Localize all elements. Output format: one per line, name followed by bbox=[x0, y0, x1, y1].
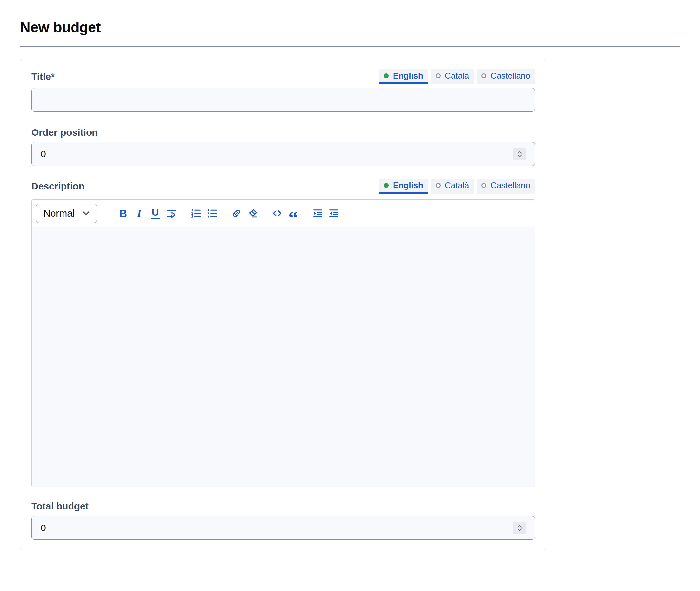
indent-icon bbox=[313, 208, 323, 218]
language-tab-label: Castellano bbox=[491, 71, 530, 81]
language-tab-label: Castellano bbox=[491, 181, 530, 190]
clear-formatting-button[interactable] bbox=[245, 204, 260, 223]
total-budget-input[interactable] bbox=[31, 516, 535, 540]
outdent-button[interactable] bbox=[326, 204, 341, 223]
language-tab-label: Català bbox=[445, 181, 469, 190]
language-tab-english[interactable]: English bbox=[379, 179, 428, 194]
order-position-stepper[interactable] bbox=[513, 148, 526, 160]
bold-icon: B bbox=[119, 208, 127, 219]
line-break-button[interactable] bbox=[164, 204, 179, 223]
chevron-down-icon bbox=[517, 155, 522, 157]
line-break-icon bbox=[166, 208, 177, 218]
outdent-icon bbox=[329, 208, 339, 218]
divider bbox=[20, 47, 680, 47]
inactive-language-circle-icon bbox=[436, 73, 441, 78]
paragraph-style-select[interactable]: Normal bbox=[36, 204, 97, 223]
eraser-icon bbox=[248, 208, 258, 218]
code-block-button[interactable] bbox=[269, 204, 285, 223]
bold-button[interactable]: B bbox=[115, 204, 131, 223]
underline-icon: U bbox=[151, 207, 160, 219]
bullet-list-icon bbox=[207, 208, 217, 218]
total-budget-stepper[interactable] bbox=[513, 522, 526, 534]
link-icon bbox=[232, 208, 242, 218]
language-tab-label: English bbox=[393, 181, 423, 190]
active-language-dot-icon bbox=[384, 183, 389, 188]
code-icon bbox=[272, 208, 282, 218]
bullet-list-button[interactable] bbox=[204, 204, 220, 223]
language-tab-castellano[interactable]: Castellano bbox=[476, 179, 535, 194]
title-input[interactable] bbox=[31, 88, 535, 112]
ordered-list-button[interactable]: 123 bbox=[188, 204, 204, 223]
title-field-header: Title* English Català Castellano bbox=[31, 69, 535, 84]
title-language-tabs: English Català Castellano bbox=[379, 69, 535, 84]
order-position-field bbox=[31, 142, 535, 166]
language-tab-catala[interactable]: Català bbox=[431, 179, 474, 194]
editor-toolbar: Normal B I U 123 bbox=[31, 200, 535, 227]
underline-button[interactable]: U bbox=[147, 204, 163, 223]
new-budget-form-card: Title* English Català Castellano Order p… bbox=[20, 59, 546, 550]
description-label: Description bbox=[31, 181, 84, 192]
italic-icon: I bbox=[137, 208, 141, 219]
order-position-input[interactable] bbox=[31, 142, 535, 166]
description-editor-content[interactable] bbox=[31, 227, 535, 486]
total-budget-label: Total budget bbox=[31, 501, 535, 512]
inactive-language-circle-icon bbox=[482, 73, 486, 78]
inactive-language-circle-icon bbox=[436, 183, 441, 188]
active-language-dot-icon bbox=[384, 73, 389, 78]
chevron-up-icon bbox=[517, 525, 522, 528]
language-tab-label: Català bbox=[445, 71, 469, 81]
language-tab-english[interactable]: English bbox=[379, 69, 428, 84]
chevron-down-icon bbox=[517, 528, 522, 531]
page: New budget Title* English Català Castell… bbox=[0, 18, 700, 550]
ordered-list-icon: 123 bbox=[191, 208, 201, 218]
chevron-up-icon bbox=[517, 151, 522, 154]
language-tab-catala[interactable]: Català bbox=[431, 69, 474, 84]
order-position-label: Order position bbox=[31, 127, 535, 138]
title-label: Title* bbox=[31, 71, 55, 82]
link-button[interactable] bbox=[229, 204, 244, 223]
svg-text:3: 3 bbox=[191, 214, 193, 218]
blockquote-button[interactable]: “ bbox=[285, 204, 301, 223]
description-field-header: Description English Català Castellano bbox=[31, 179, 535, 194]
page-title: New budget bbox=[20, 18, 680, 37]
italic-button[interactable]: I bbox=[131, 204, 147, 223]
paragraph-style-label: Normal bbox=[44, 208, 75, 219]
chevron-down-icon bbox=[82, 211, 89, 215]
total-budget-field bbox=[31, 516, 535, 540]
description-language-tabs: English Català Castellano bbox=[379, 179, 535, 194]
indent-button[interactable] bbox=[310, 204, 325, 223]
language-tab-label: English bbox=[393, 71, 423, 81]
inactive-language-circle-icon bbox=[482, 183, 486, 188]
language-tab-castellano[interactable]: Castellano bbox=[476, 69, 535, 84]
description-editor: Normal B I U 123 bbox=[31, 199, 535, 487]
